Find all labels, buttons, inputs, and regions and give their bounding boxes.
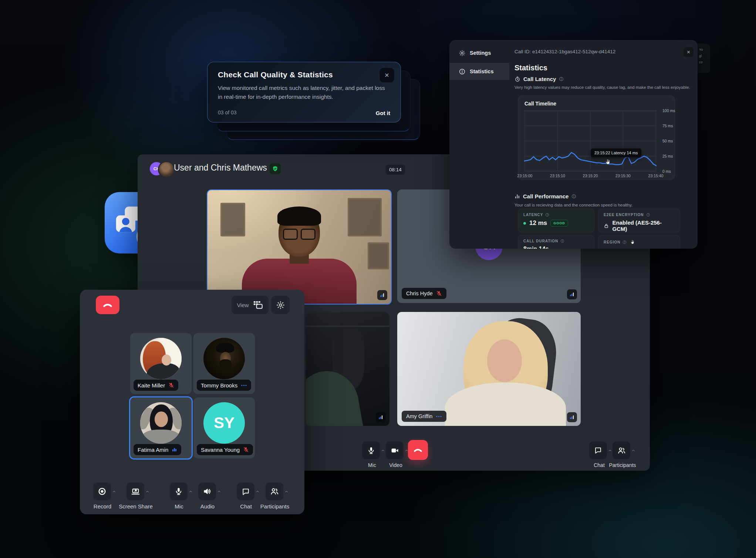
signal-bars-icon (379, 292, 385, 298)
mic-label: Mic (175, 503, 183, 510)
video-tile-amy-griffin[interactable]: Amy Griffin (397, 312, 581, 426)
info-icon[interactable] (545, 213, 549, 217)
signal-bars-icon (569, 292, 575, 297)
participant-tile-tommy[interactable]: Tommy Brooks (193, 333, 255, 394)
hangup-button[interactable] (96, 296, 119, 314)
audio-button[interactable] (198, 483, 216, 500)
call-controls-panel: View Kaite Miller Tommy Brooks (80, 290, 304, 514)
chat-control: Chat (237, 483, 255, 500)
video-tile-active-speaker[interactable] (207, 189, 392, 305)
screen-share-icon (131, 487, 140, 496)
latency-card-label: LATENCY (523, 213, 543, 217)
audio-level-icon (172, 447, 177, 453)
speaking-dots-icon (436, 415, 442, 418)
region-value: BOS. USA (604, 248, 632, 249)
mic-label: Mic (368, 462, 376, 468)
onboarding-body: View monitored call metrics such as late… (218, 84, 385, 101)
screen: Check Call Quality & Statistics ✕ View m… (0, 0, 756, 558)
chevron-up-icon[interactable] (145, 490, 149, 494)
hangup-button[interactable] (408, 440, 428, 460)
chevron-up-icon[interactable] (256, 490, 260, 494)
nav-item-statistics[interactable]: Statistics (449, 63, 509, 80)
video-feed (397, 312, 581, 426)
chevron-up-icon[interactable] (217, 490, 221, 494)
chevron-up-icon[interactable] (631, 448, 635, 453)
connection-stats-chip[interactable] (567, 412, 577, 422)
statistics-heading: Statistics (514, 64, 547, 72)
chat-button[interactable] (237, 483, 254, 500)
participant-name: Tommy Brooks (201, 382, 237, 389)
x-tick-label: 23:15:40 (648, 174, 664, 178)
chevron-up-icon[interactable] (381, 448, 385, 453)
got-it-button[interactable]: Got it (376, 110, 390, 116)
bar-chart-icon (514, 194, 520, 199)
latency-value: 12 ms (529, 219, 547, 227)
participants-button[interactable] (266, 483, 283, 500)
participant-tile-kaite[interactable]: Kaite Miller (130, 333, 192, 394)
info-icon[interactable] (622, 240, 627, 244)
latency-line-chart[interactable] (524, 111, 657, 171)
status-dot (523, 222, 526, 225)
chat-label: Chat (240, 503, 252, 510)
hand-cursor-icon (630, 239, 636, 245)
region-card: REGION BOS. USA (598, 235, 680, 249)
connection-stats-chip[interactable] (567, 289, 577, 299)
status-badge: GOOD (550, 220, 568, 226)
chevron-up-icon[interactable] (112, 490, 116, 494)
hand-cursor-icon (604, 158, 612, 166)
view-layout-button[interactable]: View (232, 296, 269, 314)
chevron-up-icon[interactable] (608, 448, 612, 453)
chevron-up-icon[interactable] (284, 490, 288, 494)
mic-button[interactable] (362, 441, 380, 459)
latency-card: LATENCY 12 ms GOOD (518, 209, 594, 232)
video-control: Video (386, 441, 406, 459)
x-tick-label: 23:15:20 (583, 174, 598, 178)
chat-button[interactable] (589, 441, 607, 459)
nav-statistics-label: Statistics (470, 68, 493, 74)
chat-control: Chat (589, 441, 609, 459)
y-tick-label: 50 ms (662, 139, 673, 143)
x-axis-labels: 23:15:0023:15:1023:15:2023:15:3023:15:40 (524, 174, 657, 179)
info-icon[interactable] (646, 213, 650, 217)
camera-icon (391, 446, 399, 455)
participants-control: Participants (612, 441, 632, 459)
participant-name-pill: Chris Hyde (402, 288, 446, 299)
participants-icon (270, 487, 279, 496)
screen-share-button[interactable] (126, 483, 144, 500)
chart-title: Call Timeline (524, 101, 556, 107)
onboarding-title: Check Call Quality & Statistics (218, 70, 333, 79)
participants-button[interactable] (612, 441, 630, 459)
secure-badge (270, 163, 281, 174)
close-icon[interactable]: ✕ (379, 67, 395, 83)
connection-stats-chip[interactable] (376, 412, 386, 422)
settings-button[interactable] (271, 296, 290, 314)
mic-off-icon (168, 382, 174, 388)
participant-tile-fatima[interactable]: Fatima Amin (129, 396, 193, 460)
video-feed (207, 190, 391, 304)
view-label: View (237, 302, 249, 308)
video-label: Video (389, 462, 402, 468)
record-button[interactable] (93, 483, 111, 500)
call-duration-card: CALL DURATION 8min 14s (518, 235, 594, 249)
nav-item-settings[interactable]: Settings (449, 44, 509, 61)
mic-control: Mic (170, 483, 188, 500)
chevron-up-icon[interactable] (189, 490, 193, 494)
video-tile[interactable] (306, 312, 389, 426)
video-feed (306, 312, 389, 426)
participant-name-pill: Fatima Amin (134, 444, 181, 455)
call-performance-section-header: Call Performance (514, 193, 576, 199)
participant-name: Fatima Amin (138, 447, 168, 453)
record-icon (98, 487, 107, 496)
participant-tile-savanna[interactable]: SY Savanna Young (193, 397, 255, 458)
mic-button[interactable] (170, 483, 188, 500)
info-icon[interactable] (571, 194, 576, 199)
call-latency-description: Very high latency values may reduce call… (514, 85, 690, 90)
connection-stats-chip[interactable] (377, 290, 387, 300)
y-axis-labels: 100 ms75 ms50 ms25 ms0 ms (662, 111, 677, 171)
info-icon[interactable] (560, 239, 564, 243)
close-icon[interactable]: ✕ (684, 47, 693, 57)
x-tick-label: 23:15:30 (615, 174, 631, 178)
video-button[interactable] (386, 441, 404, 459)
info-icon[interactable] (559, 77, 564, 81)
gear-icon (276, 300, 285, 310)
